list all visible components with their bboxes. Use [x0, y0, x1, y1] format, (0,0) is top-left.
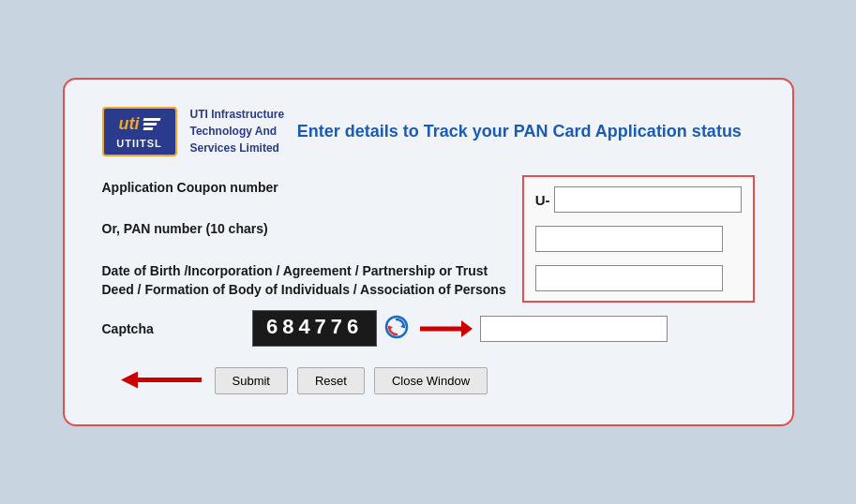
svg-marker-6 [121, 371, 138, 388]
pan-input-row [535, 226, 742, 252]
inputs-bordered-box: U- [522, 175, 755, 303]
reset-button[interactable]: Reset [297, 367, 365, 394]
captcha-refresh-icon[interactable] [384, 315, 409, 342]
arrow-right-icon [416, 316, 473, 342]
logo-utiitsl: UTIITSL [116, 138, 162, 149]
coupon-prefix: U- [535, 192, 550, 208]
submit-button[interactable]: Submit [215, 367, 288, 394]
page-title: Enter details to Track your PAN Card App… [284, 122, 754, 141]
close-window-button[interactable]: Close Window [374, 367, 488, 394]
dob-input[interactable] [535, 265, 723, 291]
captcha-row: Captcha 684776 [102, 310, 755, 347]
coupon-input-row: U- [535, 186, 742, 213]
arrow-left-icon [121, 366, 205, 395]
main-card: uti UTIITSL UTI Infrastructure Technolog… [63, 78, 794, 426]
svg-marker-4 [461, 320, 473, 337]
dob-input-row [535, 265, 742, 291]
captcha-image: 684776 [252, 310, 377, 347]
dob-label: Date of Birth /Incorporation / Agreement… [102, 263, 506, 297]
captcha-label: Captcha [102, 321, 252, 336]
coupon-input[interactable] [554, 186, 742, 213]
pan-label: Or, PAN number (10 chars) [102, 221, 268, 236]
logo-company-text: UTI Infrastructure Technology And Servic… [190, 106, 285, 156]
coupon-label: Application Coupon number [102, 180, 278, 195]
logo-uti-text: uti [119, 114, 140, 134]
pan-input[interactable] [535, 226, 723, 252]
logo-lines [143, 118, 160, 130]
buttons-row: Submit Reset Close Window [102, 367, 755, 394]
header: uti UTIITSL UTI Infrastructure Technolog… [102, 106, 755, 156]
captcha-input[interactable] [480, 316, 668, 342]
logo: uti UTIITSL [102, 107, 177, 156]
